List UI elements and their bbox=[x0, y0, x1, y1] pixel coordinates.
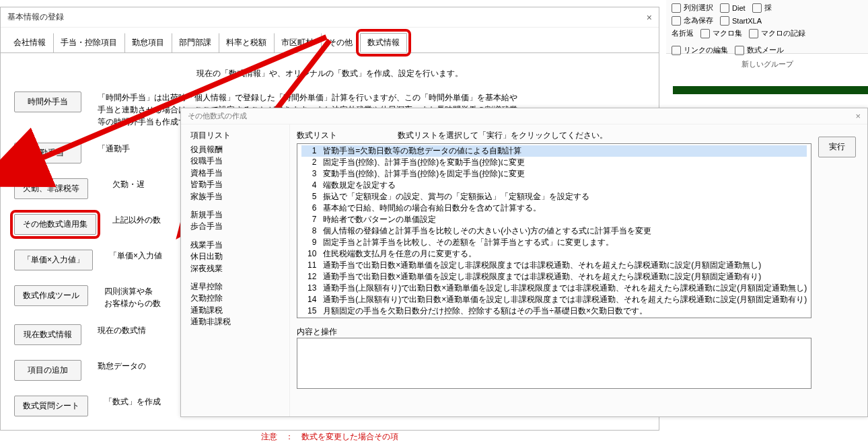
ribbon-diet[interactable]: Diet bbox=[720, 3, 746, 13]
ribbon-edit-links[interactable]: リンクの編集 bbox=[672, 45, 728, 55]
sheet-green-bar bbox=[673, 86, 868, 94]
formula-row[interactable]: 10住民税端数支払月を任意の月に変更する。 bbox=[301, 248, 807, 260]
ribbon-col-select[interactable]: 列別選択 bbox=[672, 3, 713, 13]
formula-row[interactable]: 6基本給で日給、時間給の場合有給日数分を含めて計算する。 bbox=[301, 202, 807, 214]
ribbon-label: 列別選択 bbox=[684, 3, 713, 13]
ribbon-macro-record[interactable]: マクロの記録 bbox=[749, 28, 805, 38]
btn-absence-nontax[interactable]: 欠勤、非課税等 bbox=[14, 178, 88, 199]
ribbon-label: 採 bbox=[764, 3, 772, 13]
ribbon-startxla[interactable]: StartXLA bbox=[720, 15, 762, 26]
list-item[interactable]: 通勤非課税 bbox=[190, 316, 284, 328]
ribbon-wrap[interactable]: 名折返 bbox=[672, 28, 694, 38]
item-group-1[interactable]: 役員報酬 役職手当 資格手当 皆勤手当 家族手当 bbox=[190, 144, 284, 202]
item-list-heading: 項目リスト bbox=[190, 130, 284, 141]
dialog2-title-text: その他数式の作成 bbox=[188, 111, 247, 121]
list-item[interactable]: 欠勤控除 bbox=[190, 293, 284, 304]
ribbon-label: マクロの記録 bbox=[761, 28, 805, 38]
formula-instruction: 数式リストを選択して「実行」をクリックしてください。 bbox=[398, 130, 608, 141]
ribbon-label: マクロ集 bbox=[713, 28, 742, 38]
btn-formula-tool[interactable]: 数式作成ツール bbox=[14, 285, 88, 306]
btn-commute-allowance[interactable]: 通勤手当 bbox=[14, 143, 81, 163]
tab-attendance[interactable]: 勤怠項目 bbox=[124, 33, 172, 52]
dialog2-close-icon[interactable]: × bbox=[855, 111, 861, 121]
ribbon-label: 名折返 bbox=[672, 28, 694, 38]
ribbon-group-label: 新しいグループ bbox=[666, 59, 868, 69]
formula-row[interactable]: 1皆勤手当=欠勤日数等の勤怠データの値による自動計算 bbox=[301, 145, 807, 157]
formula-panel: 数式リスト 数式リストを選択して「実行」をクリックしてください。 1皆勤手当=欠… bbox=[290, 124, 818, 416]
formula-row[interactable]: 9固定手当と計算手当を比較し、その差額を「計算手当とする式」に変更します。 bbox=[301, 237, 807, 248]
list-item[interactable]: 役職手当 bbox=[190, 155, 284, 167]
formula-row[interactable]: 4端数規定を設定する bbox=[301, 180, 807, 191]
btn-unit-times-input[interactable]: 「単価×入力値」 bbox=[14, 250, 93, 270]
list-item[interactable]: 役員報酬 bbox=[190, 144, 284, 155]
formula-row[interactable]: 7時給者で数パターンの単価設定 bbox=[301, 214, 807, 225]
dialog2-titlebar: その他数式の作成 × bbox=[181, 108, 867, 124]
ribbon-macro-collection[interactable]: マクロ集 bbox=[700, 28, 742, 38]
btn-add-item[interactable]: 項目の追加 bbox=[14, 360, 81, 381]
item-group-2[interactable]: 新規手当 歩合手当 bbox=[190, 209, 284, 233]
tab-department[interactable]: 部門部課 bbox=[172, 33, 219, 52]
item-list-panel: 項目リスト 役員報酬 役職手当 資格手当 皆勤手当 家族手当 新規手当 歩合手当… bbox=[181, 124, 290, 416]
list-item[interactable]: 新規手当 bbox=[190, 209, 284, 221]
formula-row[interactable]: 5振込で「定額現金」の設定、賞与の「定額振込」「定額現金」を設定する bbox=[301, 191, 807, 202]
formula-row[interactable]: 13通勤手当(上限額有り)で出勤日数×通勤単価を設定し非課税限度までは非課税通勤… bbox=[301, 283, 807, 294]
tab-city[interactable]: 市区町村 bbox=[274, 33, 321, 52]
formula-row[interactable]: 15月額固定の手当を欠勤日数分だけ控除、控除する額はその手当÷基礎日数×欠勤日数… bbox=[301, 305, 807, 317]
ribbon-temp-save[interactable]: 念為保存 bbox=[672, 15, 713, 26]
ribbon-label: 数式メール bbox=[747, 45, 784, 55]
ribbon-formula-mail[interactable]: 数式メール bbox=[735, 45, 784, 55]
content-ops-box bbox=[297, 338, 811, 389]
tab-allowance[interactable]: 手当・控除項目 bbox=[53, 33, 124, 52]
list-item[interactable]: 資格手当 bbox=[190, 168, 284, 179]
ribbon-label: 念為保存 bbox=[684, 15, 713, 26]
btn-current-formula-info[interactable]: 現在数式情報 bbox=[14, 324, 81, 345]
list-item[interactable]: 家族手当 bbox=[190, 191, 284, 202]
dialog1-tabs: 会社情報 手当・控除項目 勤怠項目 部門部課 料率と税額 市区町村 その他 数式… bbox=[1, 28, 659, 53]
formula-row[interactable]: 11通勤手当で出勤日数×通勤単価を設定し非課税限度までは非課税通勤、それを超えた… bbox=[301, 260, 807, 271]
btn-formula-question-sheet[interactable]: 数式質問シート bbox=[14, 396, 88, 416]
formula-row[interactable]: 2固定手当(控除)、計算手当(控除)を変動手当(控除)に変更 bbox=[301, 157, 807, 168]
list-item[interactable]: 深夜残業 bbox=[190, 263, 284, 274]
item-group-3[interactable]: 残業手当 休日出勤 深夜残業 bbox=[190, 240, 284, 274]
tab-company[interactable]: 会社情報 bbox=[6, 33, 53, 52]
tab-formula-info[interactable]: 数式情報 bbox=[360, 33, 407, 52]
list-item[interactable]: 残業手当 bbox=[190, 240, 284, 251]
formula-row[interactable]: 8個人情報の登録値と計算手当を比較しその大きい(小さい)方の値とする式に計算手当… bbox=[301, 225, 807, 237]
list-item[interactable]: 通勤課税 bbox=[190, 305, 284, 316]
dialog1-titlebar: 基本情報の登録 × bbox=[1, 7, 659, 28]
formula-listbox[interactable]: 1皆勤手当=欠勤日数等の勤怠データの値による自動計算2固定手当(控除)、計算手当… bbox=[297, 143, 811, 318]
dialog1-close-icon[interactable]: × bbox=[647, 12, 652, 23]
formula-row[interactable]: 14通勤手当(上限額有り)で出勤日数×通勤単価を設定し非課税限度までは非課税通勤… bbox=[301, 294, 807, 305]
btn-overtime-allowance[interactable]: 時間外手当 bbox=[14, 91, 81, 112]
content-ops-label: 内容と操作 bbox=[297, 326, 811, 338]
btn-other-formula-collection[interactable]: その他数式適用集 bbox=[14, 214, 96, 235]
item-group-4[interactable]: 遅早控除 欠勤控除 通勤課税 通勤非課税 bbox=[190, 281, 284, 328]
list-item[interactable]: 休日出勤 bbox=[190, 251, 284, 262]
ribbon-label: リンクの編集 bbox=[684, 45, 728, 55]
exec-button[interactable]: 実行 bbox=[818, 137, 856, 157]
ribbon-group: 列別選択 Diet 採 念為保存 StartXLA 名折返 マクロ集 マクロの記… bbox=[666, 0, 868, 54]
formula-list-heading: 数式リスト bbox=[297, 130, 337, 141]
tab-rates[interactable]: 料率と税額 bbox=[219, 33, 274, 52]
dialog1-notice: 注意 ： 数式を変更した場合その項 bbox=[14, 431, 645, 442]
tab-other[interactable]: その他 bbox=[321, 33, 360, 52]
list-item[interactable]: 遅早控除 bbox=[190, 281, 284, 293]
ribbon-sai[interactable]: 採 bbox=[752, 3, 772, 13]
ribbon-label: StartXLA bbox=[732, 17, 762, 25]
formula-row[interactable]: 16月額固定の通勤手当を欠勤日数分だけ控除、控除するは課税通勤からとし、それを超… bbox=[301, 317, 807, 318]
dialog1-title-text: 基本情報の登録 bbox=[7, 11, 64, 23]
dialog1-description: 現在の「数式情報」や、オリジナルの「数式」を作成、設定を行います。 bbox=[14, 68, 645, 79]
list-item[interactable]: 皆勤手当 bbox=[190, 179, 284, 190]
list-item[interactable]: 歩合手当 bbox=[190, 221, 284, 232]
dialog-other-formula: その他数式の作成 × 項目リスト 役員報酬 役職手当 資格手当 皆勤手当 家族手… bbox=[180, 108, 868, 417]
formula-row[interactable]: 3変動手当(控除)、計算手当(控除)を固定手当(控除)に変更 bbox=[301, 168, 807, 180]
formula-row[interactable]: 12通勤手当で出勤日数×通勤単価を設定し非課税限度までは非課税通勤、それを超えた… bbox=[301, 271, 807, 283]
ribbon-label: Diet bbox=[732, 4, 746, 12]
